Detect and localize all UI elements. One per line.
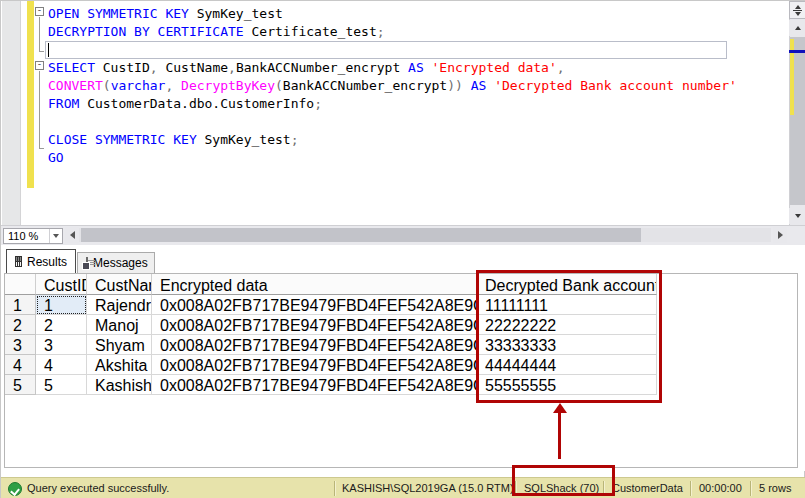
chevron-down-icon [53,234,59,238]
code-token: BankACCNumber_encrypt [236,60,408,75]
cell-custid[interactable]: 1 [36,295,87,315]
code-token: CONVERT [48,78,103,93]
scroll-down-button[interactable] [789,208,805,224]
row-number-cell[interactable]: 4 [5,355,36,375]
cell-custname[interactable]: Manoj [87,315,152,335]
annotation-box-decrypted-column [476,270,662,403]
code-token: FROM [48,96,79,111]
cell-encrypted[interactable]: 0x008A02FB717BE9479FBD4FEF542A8E9C020000… [152,295,477,315]
tab-messages[interactable]: Messages [77,252,155,273]
code-lines: OPEN SYMMETRIC KEY SymKey_testDECRYPTION… [48,5,788,167]
collapse-box-icon[interactable]: - [35,7,44,16]
tab-results[interactable]: Results [6,249,76,273]
cell-encrypted[interactable]: 0x008A02FB717BE9479FBD4FEF542A8E9C020000… [152,355,477,375]
code-line[interactable]: CLOSE SYMMETRIC KEY SymKey_test; [48,131,788,149]
scroll-right-button[interactable] [773,227,787,243]
code-token: ; [291,132,299,147]
horizontal-scrollbar-thumb[interactable] [81,228,641,242]
status-separator [750,481,751,496]
scroll-right-icon [778,231,783,239]
tab-results-label: Results [27,255,67,269]
code-token [486,78,494,93]
sql-editor[interactable]: - - OPEN SYMMETRIC KEY SymKey_testDECRYP… [1,1,805,225]
cell-custname[interactable]: Shyam [87,335,152,355]
table-row: 22Manoj0x008A02FB717BE9479FBD4FEF542A8E9… [5,315,797,335]
outline-line [39,17,40,51]
scroll-left-button[interactable] [65,227,79,243]
column-header-custid[interactable]: CustID [36,274,87,295]
grid-corner-cell[interactable] [5,274,36,295]
code-token: ; [314,96,322,111]
code-token: DECRYPTION BY CERTIFICATE [48,24,244,39]
code-line[interactable] [48,41,788,59]
row-number-cell[interactable]: 3 [5,335,36,355]
code-token: 'Encrypted data' [432,60,557,75]
cell-custname[interactable]: Kashish [87,375,152,395]
code-token: ( [103,78,111,93]
cell-custid[interactable]: 2 [36,315,87,335]
grid-body: 11Rajendra0x008A02FB717BE9479FBD4FEF542A… [5,295,797,395]
status-database: CustomerData [612,482,683,494]
row-number-cell[interactable]: 5 [5,375,36,395]
code-line[interactable]: GO [48,149,788,167]
zoom-dropdown-button[interactable] [49,229,62,243]
table-row: 44Akshita0x008A02FB717BE9479FBD4FEF542A8… [5,355,797,375]
status-server: KASHISH\SQL2019GA (15.0 RTM) [342,482,514,494]
code-token: SELECT [48,60,95,75]
column-header-encrypted[interactable]: Encrypted data [152,274,477,295]
change-tracking-strip [27,1,34,188]
cell-custname[interactable]: Akshita [87,355,152,375]
scroll-up-button[interactable] [789,20,805,36]
splitter-icon [795,5,801,9]
column-header-custname[interactable]: CustName [87,274,152,295]
code-token: ; [377,24,385,39]
code-token: ( [275,78,283,93]
code-token: AS [408,60,424,75]
code-line[interactable] [48,113,788,131]
code-line[interactable]: OPEN SYMMETRIC KEY SymKey_test [48,5,788,23]
code-token: DecryptByKey [181,78,275,93]
collapse-box-icon[interactable]: - [35,61,44,70]
results-pane: Results Messages CustID CustName Encrypt… [1,245,805,471]
row-number-cell[interactable]: 2 [5,315,36,335]
code-token: OPEN SYMMETRIC KEY [48,6,189,21]
cell-custid[interactable]: 3 [36,335,87,355]
code-token: , [228,60,236,75]
cell-custname[interactable]: Rajendra [87,295,152,315]
status-bar: Query executed successfully. KASHISH\SQL… [1,477,805,498]
results-grid: CustID CustName Encrypted data Decrypted… [4,273,798,468]
code-token: AS [471,78,487,93]
outline-tick [39,148,44,149]
code-token: 'Decrypted Bank account number' [494,78,737,93]
split-window-handle[interactable] [789,1,805,19]
status-message: Query executed successfully. [27,482,169,494]
code-line[interactable]: SELECT CustID, CustName,BankACCNumber_en… [48,59,788,77]
code-line[interactable]: FROM CustomerData.dbo.CustomerInfo; [48,95,788,113]
cell-custid[interactable]: 4 [36,355,87,375]
messages-icon [86,257,88,269]
ssms-query-window: - - OPEN SYMMETRIC KEY SymKey_testDECRYP… [0,0,805,498]
status-duration: 00:00:00 [699,482,742,494]
cell-encrypted[interactable]: 0x008A02FB717BE9479FBD4FEF542A8E9C020000… [152,375,477,395]
code-token: GO [48,150,64,165]
status-row-count: 5 rows [759,482,791,494]
table-row: 33Shyam0x008A02FB717BE9479FBD4FEF542A8E9… [5,335,797,355]
cell-encrypted[interactable]: 0x008A02FB717BE9479FBD4FEF542A8E9C020000… [152,335,477,355]
code-token: varchar [111,78,166,93]
code-token: , [557,60,565,75]
code-token: , [150,60,158,75]
cell-custid[interactable]: 5 [36,375,87,395]
code-token: , [165,78,181,93]
status-separator [334,481,335,496]
zoom-level-select[interactable]: 110 % [3,228,63,244]
splitter-icon-line [793,10,802,11]
scroll-left-icon [70,231,75,239]
cell-encrypted[interactable]: 0x008A02FB717BE9479FBD4FEF542A8E9C020000… [152,315,477,335]
code-line[interactable]: DECRYPTION BY CERTIFICATE Certificate_te… [48,23,788,41]
splitter-icon [795,12,801,16]
text-caret [48,43,49,57]
code-line[interactable]: CONVERT(varchar, DecryptByKey(BankACCNum… [48,77,788,95]
tab-messages-label: Messages [93,256,148,270]
row-number-cell[interactable]: 1 [5,295,36,315]
status-separator [690,481,691,496]
